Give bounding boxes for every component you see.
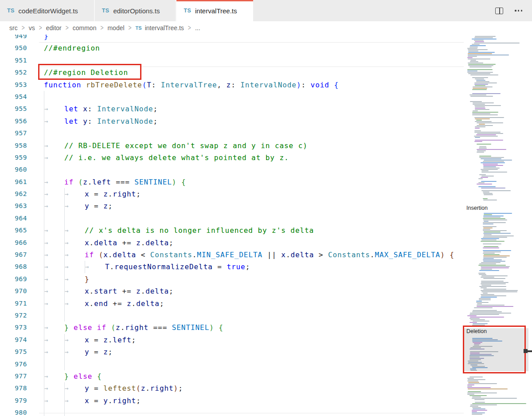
tab-label: intervalTree.ts: [195, 7, 237, 15]
code-text[interactable]: [39, 212, 85, 224]
line-number: 957: [0, 127, 39, 139]
tab-whitespace-arrow: →: [44, 261, 64, 273]
chevron-right-icon: >: [129, 24, 132, 32]
tab-codeEditorWidget[interactable]: TS codeEditorWidget.ts: [0, 0, 95, 21]
chevron-right-icon: >: [66, 24, 69, 32]
code-text[interactable]: →→y = leftest(z.right);: [39, 382, 183, 394]
code-text[interactable]: [39, 358, 85, 370]
code-text[interactable]: →→x = z.left;: [39, 334, 136, 346]
tab-editorOptions[interactable]: TS editorOptions.ts: [95, 0, 177, 21]
tab-whitespace-arrow: →: [64, 298, 85, 310]
tab-whitespace-arrow: →: [64, 249, 85, 261]
code-line: 978→→y = leftest(z.right);: [0, 382, 532, 394]
code-text[interactable]: [39, 310, 85, 322]
code-line: 969→→}: [0, 273, 532, 285]
code-text[interactable]: →→if (x.delta < Constants.MIN_SAFE_DELTA…: [39, 249, 454, 261]
chevron-right-icon: >: [22, 24, 25, 32]
code-line: 975→→y = z;: [0, 346, 532, 358]
line-number: 971: [0, 298, 39, 310]
editor-tab-bar: TS codeEditorWidget.ts TS editorOptions.…: [0, 0, 532, 21]
tab-whitespace-arrow: →: [44, 152, 64, 164]
split-editor-icon[interactable]: [495, 8, 503, 14]
breadcrumb-item-more[interactable]: ...: [195, 24, 200, 31]
code-text[interactable]: →→x.delta += z.delta;: [39, 237, 174, 249]
code-line: 966→→x.delta += z.delta;: [0, 237, 532, 249]
more-actions-icon[interactable]: [515, 8, 522, 13]
code-text[interactable]: →→y = z;: [39, 346, 113, 358]
code-line: 970→→x.start += z.delta;: [0, 285, 532, 297]
code-editor[interactable]: 949}950//#endregion951952//#region Delet…: [0, 35, 532, 416]
indent-guide: [44, 407, 64, 416]
code-text[interactable]: →→x.end += z.delta;: [39, 298, 164, 310]
code-line: 965→→// x's delta is no longer influence…: [0, 224, 532, 236]
code-text[interactable]: [39, 164, 64, 176]
breadcrumb-item-file[interactable]: intervalTree.ts: [145, 24, 184, 31]
tab-intervalTree-active[interactable]: TS intervalTree.ts: [176, 0, 253, 21]
tab-whitespace-arrow: →: [44, 115, 64, 127]
minimap-section-label-insertion: Insertion: [466, 204, 490, 212]
code-text[interactable]: →→x = y.right;: [39, 395, 141, 407]
tab-whitespace-arrow: →: [64, 273, 85, 285]
code-text[interactable]: //#endregion: [39, 42, 100, 54]
code-text[interactable]: [39, 407, 85, 416]
code-text[interactable]: →// i.e. we always delete what's pointed…: [39, 152, 289, 164]
code-line: 962→→x = z.right;: [0, 188, 532, 200]
indent-guide: [44, 164, 64, 176]
line-number: 952: [0, 67, 39, 78]
code-line: 973→} else if (z.right === SENTINEL) {: [0, 322, 532, 334]
tab-whitespace-arrow: →: [44, 103, 64, 115]
tab-whitespace-arrow: →: [64, 346, 85, 358]
line-number: 959: [0, 152, 39, 164]
tab-whitespace-arrow: →: [44, 176, 64, 188]
tab-whitespace-arrow: →: [44, 322, 64, 334]
indent-guide: [64, 358, 85, 370]
breadcrumb-item-src[interactable]: src: [9, 24, 18, 31]
code-line: 961→if (z.left === SENTINEL) {: [0, 176, 532, 188]
breadcrumb-item-common[interactable]: common: [73, 24, 97, 31]
code-text[interactable]: [39, 127, 64, 139]
tab-whitespace-arrow: →: [64, 224, 85, 236]
tab-whitespace-arrow: →: [44, 237, 64, 249]
line-number: 961: [0, 176, 39, 188]
code-text[interactable]: [39, 91, 64, 103]
code-line: 979→→x = y.right;: [0, 395, 532, 407]
code-text[interactable]: →} else {: [39, 370, 102, 382]
line-number: 973: [0, 322, 39, 334]
code-text[interactable]: →→}: [39, 273, 90, 285]
code-text[interactable]: function rbTreeDelete(T: IntervalTree, z…: [39, 79, 339, 91]
code-line: 971→→x.end += z.delta;: [0, 298, 532, 310]
breadcrumb-item-vs[interactable]: vs: [29, 24, 35, 31]
tab-whitespace-arrow: →: [44, 382, 64, 394]
breadcrumb-item-editor[interactable]: editor: [46, 24, 62, 31]
tab-whitespace-arrow: →: [44, 334, 64, 346]
typescript-file-icon: TS: [7, 8, 15, 14]
tab-whitespace-arrow: →: [44, 140, 64, 152]
code-text[interactable]: →// RB-DELETE except we don't swap z and…: [39, 140, 308, 152]
code-line: 974→→x = z.left;: [0, 334, 532, 346]
line-number: 979: [0, 395, 39, 407]
tab-whitespace-arrow: →: [44, 395, 64, 407]
code-text[interactable]: →} else if (z.right === SENTINEL) {: [39, 322, 223, 334]
line-number: 960: [0, 164, 39, 176]
tab-whitespace-arrow: →: [44, 224, 64, 236]
indent-guide: [44, 310, 64, 322]
code-line: 953function rbTreeDelete(T: IntervalTree…: [0, 79, 532, 91]
tab-whitespace-arrow: →: [85, 261, 105, 273]
breadcrumb-item-model[interactable]: model: [107, 24, 124, 31]
chevron-right-icon: >: [188, 24, 191, 32]
tab-whitespace-arrow: →: [44, 188, 64, 200]
code-text[interactable]: →→y = z;: [39, 200, 113, 212]
line-number: 975: [0, 346, 39, 358]
tab-whitespace-arrow: →: [44, 370, 64, 382]
code-text[interactable]: →→→T.requestNormalizeDelta = true;: [39, 261, 250, 273]
code-text[interactable]: →let y: IntervalNode;: [39, 115, 158, 127]
line-number: 963: [0, 200, 39, 212]
code-text[interactable]: →→// x's delta is no longer influenced b…: [39, 224, 314, 236]
code-text[interactable]: }: [39, 35, 49, 42]
code-text[interactable]: →let x: IntervalNode;: [39, 103, 158, 115]
code-line: 950//#endregion: [0, 42, 532, 54]
minimap[interactable]: Insertion Deletion: [466, 35, 532, 416]
code-text[interactable]: →→x.start += z.delta;: [39, 285, 174, 297]
code-text[interactable]: →if (z.left === SENTINEL) {: [39, 176, 186, 188]
code-text[interactable]: →→x = z.right;: [39, 188, 141, 200]
